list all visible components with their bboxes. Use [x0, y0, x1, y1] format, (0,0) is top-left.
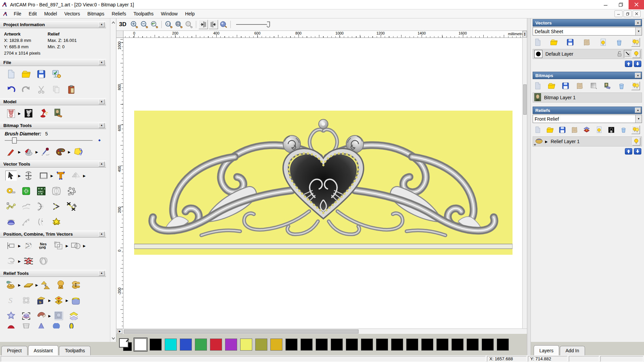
all-layers-visibility-icon[interactable]	[631, 38, 640, 47]
scroll-up-icon[interactable]	[112, 20, 115, 25]
palette-swatch[interactable]	[316, 339, 328, 351]
undo-icon[interactable]	[5, 84, 17, 95]
text-on-curve-icon[interactable]: textoncurve	[23, 241, 34, 251]
flyout-arrow-icon[interactable]: ▶	[48, 299, 51, 302]
offset-relief-icon[interactable]	[53, 295, 64, 305]
save-relief-layer-icon[interactable]	[558, 125, 567, 134]
palette-swatch[interactable]	[406, 339, 418, 351]
cage-distort-icon[interactable]	[20, 311, 32, 321]
rollup-button[interactable]: ▲	[99, 271, 105, 276]
switch-3d-button[interactable]: 3D	[119, 21, 126, 28]
delete-layer-icon[interactable]	[619, 125, 628, 134]
new-bitmap-layer-icon[interactable]	[533, 81, 542, 90]
child-close-button[interactable]	[633, 10, 641, 17]
ruler-units-button[interactable]: ▼▼	[523, 31, 527, 38]
create-rectangle-icon[interactable]	[38, 171, 49, 181]
smooth-relief-icon[interactable]	[55, 280, 66, 290]
tab-layers[interactable]: Layers	[534, 345, 559, 355]
measure-icon[interactable]	[5, 186, 17, 196]
minimize-button[interactable]	[598, 0, 613, 9]
move-layer-up-icon[interactable]	[625, 148, 632, 155]
greyscale-preview-icon[interactable]	[607, 125, 615, 134]
bitmap-to-vector-icon[interactable]	[72, 147, 84, 157]
add-relief-icon[interactable]	[40, 280, 51, 290]
palette-swatch[interactable]	[165, 339, 177, 351]
slider-handle[interactable]	[12, 137, 17, 143]
layer-colour-swatch[interactable]	[534, 50, 542, 58]
scale-relief-icon[interactable]	[70, 280, 82, 290]
new-vector-layer-icon[interactable]	[533, 38, 542, 47]
preview-relief-icon[interactable]	[219, 20, 228, 29]
primary-secondary-colour-indicator[interactable]	[119, 338, 132, 351]
palette-swatch[interactable]	[436, 339, 448, 351]
flyout-arrow-icon[interactable]: ▶	[36, 283, 38, 287]
save-vector-layer-icon[interactable]	[566, 38, 575, 47]
save-file-icon[interactable]	[36, 69, 47, 79]
offset-vector-icon[interactable]	[36, 217, 47, 227]
snap-to-layer-icon[interactable]	[624, 50, 632, 58]
toggle-layer-visibility-icon[interactable]	[595, 125, 603, 134]
block-copy-icon[interactable]	[20, 186, 32, 196]
scroll-right-icon[interactable]: ▶	[117, 329, 122, 334]
wrap-relief-icon[interactable]	[70, 295, 82, 305]
rollup-button[interactable]: ▲	[99, 60, 105, 65]
zoom-1to1-icon[interactable]: 1:1	[164, 20, 173, 29]
layer-visibility-icon[interactable]	[632, 137, 640, 145]
palette-swatch[interactable]	[225, 339, 237, 351]
menu-vectors[interactable]: Vectors	[61, 10, 84, 18]
palette-swatch[interactable]	[270, 339, 282, 351]
flyout-arrow-icon[interactable]: ▶	[36, 150, 38, 154]
merge-relief-layers-icon[interactable]	[570, 125, 579, 134]
relief-artwork[interactable]: .s1{stroke:#7d7d7d;stroke-width:23;fill:…	[134, 111, 513, 255]
merge-bitmap-layers-icon[interactable]	[575, 81, 584, 90]
turn-relief-icon[interactable]	[51, 323, 62, 328]
texture-relief-icon[interactable]	[66, 323, 77, 328]
palette-swatch[interactable]	[346, 339, 358, 351]
menu-help[interactable]: Help	[181, 10, 199, 18]
move-layer-up-icon[interactable]	[625, 61, 632, 67]
layer-name[interactable]: Relief Layer 1	[548, 139, 632, 144]
flood-fill-icon[interactable]	[23, 147, 34, 157]
extrude-icon[interactable]	[20, 323, 32, 328]
menu-reliefs[interactable]: Reliefs	[108, 10, 130, 18]
relief-layers-icon[interactable]	[68, 311, 79, 321]
flyout-arrow-icon[interactable]: ▶	[18, 112, 21, 115]
weave-wizard-icon[interactable]	[20, 295, 32, 305]
relief-from-image-icon[interactable]: b	[36, 295, 47, 305]
layer-name[interactable]: Default Layer	[542, 51, 615, 57]
trim-vectors-icon[interactable]	[66, 201, 77, 212]
rollup-button[interactable]: ▲	[99, 232, 105, 237]
relief-layer-row[interactable]: + ▶ Relief Layer 1	[533, 136, 642, 146]
create-arc-icon[interactable]	[36, 201, 47, 212]
palette-swatch[interactable]	[180, 339, 192, 351]
menu-edit[interactable]: Edit	[25, 10, 41, 18]
adjust-greyscale-icon[interactable]	[23, 108, 34, 118]
brush-diameter-slider[interactable]: ◆	[5, 137, 101, 144]
flyout-arrow-icon[interactable]: ▶	[18, 283, 21, 287]
merge-vector-layers-icon[interactable]	[582, 38, 591, 47]
palette-swatch[interactable]	[497, 339, 509, 351]
palette-swatch[interactable]	[135, 339, 147, 351]
palette-swatch[interactable]	[331, 339, 343, 351]
create-text-icon[interactable]	[55, 171, 66, 181]
free-sketch-icon[interactable]	[20, 201, 32, 212]
menu-model[interactable]: Model	[41, 10, 61, 18]
layer-name[interactable]: Bitmap Layer 1	[541, 95, 640, 100]
palette-swatch[interactable]	[391, 339, 403, 351]
toggle-bitmap-view-icon[interactable]	[199, 20, 208, 29]
vector-doctor-icon[interactable]	[51, 217, 62, 227]
paste-icon[interactable]	[66, 84, 77, 95]
rollup-button[interactable]: ▲	[99, 99, 105, 104]
new-relief-layer-icon[interactable]	[533, 125, 542, 134]
transform-vectors-icon[interactable]	[23, 171, 34, 181]
insert-angle-icon[interactable]	[51, 201, 62, 212]
zoom-fit-icon[interactable]	[174, 20, 183, 29]
palette-swatch[interactable]	[255, 339, 267, 351]
flyout-arrow-icon[interactable]: ▶	[18, 150, 21, 154]
set-model-size-icon[interactable]	[5, 108, 17, 118]
rollup-button[interactable]: ▲	[635, 73, 641, 78]
mirror-vectors-icon[interactable]	[70, 171, 82, 181]
colour-view-icon[interactable]	[603, 81, 612, 90]
delete-layer-icon[interactable]	[615, 38, 624, 47]
rollup-button[interactable]: ▲	[635, 108, 641, 113]
